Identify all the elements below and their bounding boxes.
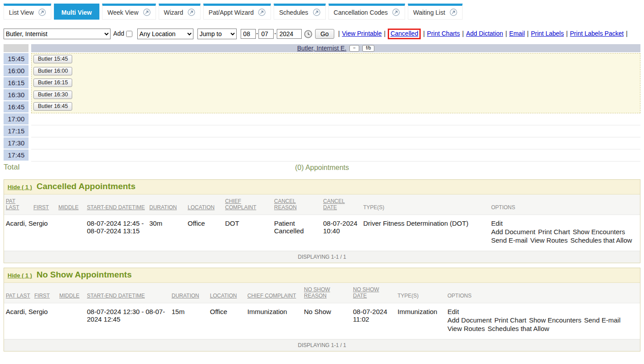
tab-label: Multi View [62, 9, 92, 16]
tab-waiting-list[interactable]: Waiting List [408, 4, 463, 20]
tab-schedules[interactable]: Schedules [274, 4, 325, 20]
col-no-show-date[interactable]: NO SHOW DATE [353, 286, 379, 299]
forward-back-button[interactable]: f/b [362, 45, 374, 52]
link-email[interactable]: Email [509, 30, 525, 37]
go-button[interactable]: Go [315, 29, 334, 39]
link-print-labels-packet[interactable]: Print Labels Packet [570, 30, 624, 37]
col-duration[interactable]: DURATION [149, 204, 177, 211]
tab-list-view[interactable]: List View [4, 4, 51, 20]
open-new-window-icon[interactable] [450, 8, 457, 16]
hide-no-show-link[interactable]: Hide ( 1 ) [8, 272, 32, 279]
link-cancelled[interactable]: Cancelled [390, 30, 418, 37]
option-edit-link[interactable]: Edit [491, 219, 636, 227]
slot-button[interactable]: Butler 16:00 [33, 67, 72, 75]
col-middle[interactable]: MIDDLE [58, 204, 78, 211]
schedule-corner-cell [4, 44, 29, 52]
date-year-input[interactable] [277, 29, 302, 39]
no-show-appointment-row: Acardi, Sergio 08-07-2024 12:30 - 08-07-… [4, 303, 640, 339]
open-new-window-icon[interactable] [258, 8, 266, 16]
cell-middle [57, 303, 85, 339]
cell-options: EditAdd DocumentPrint ChartShow Encounte… [489, 215, 640, 251]
col-no-show-reason[interactable]: NO SHOW REASON [304, 286, 330, 299]
provider-select[interactable]: Butler, Internist [4, 29, 111, 39]
cell-types: Driver Fitness Determination (DOT) [361, 215, 489, 251]
tab-cancellation-codes[interactable]: Cancellation Codes [328, 4, 405, 20]
add-checkbox[interactable] [126, 31, 132, 37]
col-cancel-date[interactable]: CANCEL DATE [323, 198, 345, 211]
option-view-routes-link[interactable]: View Routes [447, 325, 485, 332]
option-schedules-that-allow-link[interactable]: Schedules that Allow [488, 325, 549, 332]
option-add-document-link[interactable]: Add Document [491, 228, 535, 236]
option-edit-link[interactable]: Edit [447, 308, 636, 315]
slot-button[interactable]: Butler 16:45 [33, 102, 72, 111]
link-print-charts[interactable]: Print Charts [427, 30, 460, 37]
link-view-printable[interactable]: View Printable [342, 30, 381, 37]
slot-row: Butler 15:45 [32, 54, 640, 66]
tab-pat-appt-wizard[interactable]: Pat/Appt Wizard [203, 4, 271, 20]
link-print-labels[interactable]: Print Labels [531, 30, 564, 37]
provider-name-link[interactable]: Butler, Internist E. [297, 45, 347, 52]
date-month-input[interactable] [241, 29, 256, 39]
col-start-end-datetime[interactable]: START-END DATETIME [87, 293, 145, 299]
col-options: OPTIONS [491, 204, 515, 211]
calendar-clock-icon[interactable] [304, 30, 312, 38]
col-duration[interactable]: DURATION [172, 293, 199, 299]
col-pat-last[interactable]: PAT LAST [6, 198, 19, 211]
open-new-window-icon[interactable] [188, 8, 195, 16]
location-select[interactable]: Any Location [137, 29, 193, 39]
slot-button[interactable]: Butler 16:30 [33, 91, 72, 99]
slot-button[interactable]: Butler 15:45 [33, 55, 72, 63]
col-chief-complaint[interactable]: CHIEF COMPLAINT [225, 198, 256, 211]
col-chief-complaint[interactable]: CHIEF COMPLAINT [247, 293, 296, 299]
option-show-encounters-link[interactable]: Show Encounters [573, 228, 625, 236]
col-pat-last[interactable]: PAT LAST [6, 293, 30, 299]
date-separator: - [256, 30, 258, 37]
tab-label: Waiting List [413, 9, 445, 16]
option-add-document-link[interactable]: Add Document [447, 316, 492, 324]
no-show-header-row: PAT LAST FIRST MIDDLE START-END DATETIME… [4, 283, 640, 303]
cell-middle [57, 215, 85, 251]
open-new-window-icon[interactable] [38, 8, 46, 16]
tab-multi-view[interactable]: Multi View [54, 4, 99, 20]
open-new-window-icon[interactable] [143, 8, 151, 16]
option-show-encounters-link[interactable]: Show Encounters [529, 316, 582, 324]
option-send-email-link[interactable]: Send E-mail [491, 236, 528, 244]
col-cancel-reason[interactable]: CANCEL REASON [274, 198, 297, 211]
link-add-dictation[interactable]: Add Dictation [466, 30, 503, 37]
col-middle[interactable]: MIDDLE [59, 293, 79, 299]
option-send-email-link[interactable]: Send E-mail [584, 316, 621, 324]
open-new-window-icon[interactable] [313, 8, 320, 16]
view-tabbar: List View Multi View Week View Wizard Pa… [0, 0, 644, 24]
open-new-window-icon[interactable] [392, 8, 400, 16]
schedule-empty-row [31, 113, 640, 125]
provider-column-header: Butler, Internist E. − f/b [31, 44, 640, 52]
slot-row: Butler 16:45 [32, 101, 640, 113]
hide-cancelled-link[interactable]: Hide ( 1 ) [8, 184, 32, 190]
cell-duration: 30m [148, 215, 186, 251]
time-label: 17:30 [4, 137, 29, 149]
time-label: 15:45 [4, 53, 29, 64]
available-slots-block: Butler 15:45 Butler 16:00 Butler 16:15 B… [31, 53, 640, 113]
option-view-routes-link[interactable]: View Routes [530, 236, 568, 244]
tab-wizard[interactable]: Wizard [159, 4, 201, 20]
col-start-end-datetime[interactable]: START-END DATETIME [87, 204, 145, 211]
slot-button[interactable]: Butler 16:15 [33, 79, 72, 87]
no-show-footer-row: DISPLAYING 1-1 / 1 [4, 339, 640, 352]
cancelled-appointments-section: Hide ( 1 ) Cancelled Appointments PAT LA… [4, 179, 640, 263]
col-first[interactable]: FIRST [33, 204, 49, 211]
col-first[interactable]: FIRST [34, 293, 50, 299]
jump-to-select[interactable]: Jump to [197, 29, 237, 39]
tab-week-view[interactable]: Week View [102, 4, 156, 20]
toolbar-separator: | [462, 30, 464, 37]
col-options: OPTIONS [447, 293, 472, 299]
option-print-chart-link[interactable]: Print Chart [538, 228, 570, 236]
date-day-input[interactable] [258, 29, 274, 39]
col-location[interactable]: LOCATION [188, 204, 214, 211]
minimize-column-button[interactable]: − [349, 45, 359, 52]
option-print-chart-link[interactable]: Print Chart [494, 316, 526, 324]
col-location[interactable]: LOCATION [210, 293, 237, 299]
cell-pat-name: Acardi, Sergio [4, 215, 32, 251]
time-column: 15:45 16:00 16:15 16:30 16:45 17:00 17:1… [4, 53, 29, 161]
no-show-appointments-section: Hide ( 1 ) No Show Appointments PAT LAST… [4, 268, 640, 352]
option-schedules-that-allow-link[interactable]: Schedules that Allow [570, 236, 632, 244]
